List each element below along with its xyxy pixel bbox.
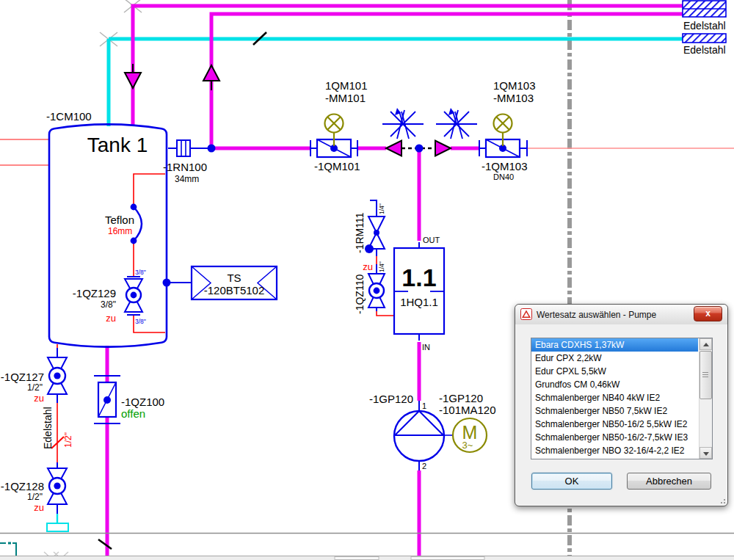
gp120-right-label2: -101MA120 (439, 404, 496, 416)
teflon-size-label: 16mm (108, 226, 132, 236)
list-item-selected[interactable]: Ebara CDXHS 1,37kW (531, 338, 698, 352)
qm101-label: -1QM101 (314, 160, 360, 172)
list-item[interactable]: Schmalenberger NB50-16/2-7,5kW IE3 (531, 431, 698, 444)
qz128-state-label: zu (34, 502, 44, 513)
listbox-scrollbar[interactable] (699, 338, 712, 459)
gp120-left-label: -1GP120 (369, 393, 413, 405)
qz110-label: -1QZ110 (354, 274, 366, 314)
scroll-down-icon (703, 452, 709, 456)
rn100-size-label: 34mm (175, 174, 199, 184)
scrollbar-grip-icon (702, 372, 708, 373)
qz129-port-top-label: 3/8" (135, 269, 146, 276)
list-item[interactable]: Edur CPX 2,2kW (531, 352, 698, 365)
block-1hq11[interactable] (394, 242, 444, 341)
valve-1qz128[interactable] (48, 462, 67, 514)
qz127-size-label: 1/2" (27, 382, 43, 393)
ok-button[interactable]: OK (531, 473, 612, 490)
dialog-body: Ebara CDXHS 1,37kW Edur CPX 2,2kW Edur C… (515, 324, 727, 506)
pump-port1-label: 1 (422, 401, 426, 410)
out-label: OUT (423, 236, 440, 244)
dialog-title: Wertesatz auswählen - Pumpe (537, 310, 656, 320)
valve-1qz127[interactable] (48, 348, 67, 403)
motor-3-label: 3~ (462, 440, 473, 451)
edelstahl-vertical-label: Edelstahl (42, 407, 54, 449)
nozzle-symbols (382, 108, 477, 139)
ts-tag-label: -120BT5102 (204, 284, 265, 297)
rm111-label: -1RM111 (354, 212, 366, 253)
scroll-up-button[interactable] (700, 338, 712, 350)
edelstahl-top-label1: Edelstahl (683, 20, 726, 32)
ts-label: TS (227, 272, 241, 284)
flow-arrows (125, 64, 219, 90)
close-button[interactable]: x (694, 306, 722, 321)
pump-listbox[interactable]: Ebara CDXHS 1,37kW Edur CPX 2,2kW Edur C… (531, 338, 713, 459)
edelstahl-top-label2: Edelstahl (683, 44, 726, 56)
component-1rn100[interactable] (168, 140, 216, 156)
scrollbar-thumb[interactable] (700, 351, 712, 399)
block-sub-label: 1HQ1.1 (400, 296, 438, 308)
qz128-label: -1QZ128 (1, 480, 44, 492)
pump-port2-label: 2 (422, 462, 426, 470)
list-item[interactable]: Grundfos CM 0,46kW (531, 378, 698, 391)
qm103-label: -1QM103 (482, 160, 528, 172)
app-icon (520, 308, 532, 320)
list-item[interactable]: Schmalenberger NB50 7,5kW IE2 (531, 404, 698, 418)
close-icon: x (705, 308, 711, 319)
valve-1qz100[interactable] (94, 376, 120, 423)
resize-grip[interactable] (719, 498, 725, 503)
block-main-label: 1.1 (401, 263, 436, 291)
gp120-right-label1: -1GP120 (439, 392, 483, 404)
tank-title: Tank 1 (87, 134, 148, 156)
qz100-label: -1QZ100 (121, 396, 164, 408)
cancel-button[interactable]: Abbrechen (627, 473, 711, 490)
qm101-top-label2: -MM101 (325, 92, 366, 104)
rn100-label: -1RN100 (163, 161, 207, 173)
qz100-state-label: offen (121, 407, 145, 420)
qz127-label: -1QZ127 (1, 371, 44, 383)
scroll-down-button[interactable] (700, 447, 712, 459)
drawing-canvas: -1CM100 Tank 1 -1RN100 34mm Teflon 16mm … (0, 0, 734, 560)
qz110-state-label: zu (363, 261, 373, 272)
list-item[interactable]: Schmalenberger NBO 32-16/4-2,2 IE2 (531, 444, 698, 457)
qm101-top-label1: 1QM101 (325, 79, 368, 92)
edelstahl-vertical-size-label: 1/2" (63, 432, 73, 448)
teflon-label: Teflon (105, 214, 134, 226)
list-item[interactable]: Schmalenberger NB50-16/2 5,5kW IE2 (531, 418, 698, 431)
list-item[interactable]: Schmalenberger NB40 4kW IE2 (531, 391, 698, 404)
qz128-size-label: 1/2" (27, 492, 43, 502)
dialog-titlebar[interactable]: Wertesatz auswählen - Pumpe x (515, 305, 727, 324)
qm103-top-label2: -MM103 (493, 92, 534, 104)
in-label: IN (422, 343, 430, 352)
qz129-size-label: 3/8" (101, 299, 116, 310)
qm103-size-label: DN40 (493, 172, 514, 181)
dialog-wertesatz: Wertesatz auswählen - Pumpe x Ebara CDXH… (515, 304, 728, 506)
qz110-size-label: 1/4" (378, 261, 385, 272)
qz129-state-label: zu (106, 313, 116, 324)
qz129-port-bottom-label: 3/8" (135, 318, 146, 325)
sheet-frame-bottom (0, 534, 734, 560)
valve-1qz129[interactable] (125, 277, 142, 315)
red-pipes[interactable] (51, 174, 394, 462)
qm103-top-label1: 1QM103 (493, 79, 536, 92)
scroll-up-icon (703, 343, 709, 346)
qz129-label: -1QZ129 (73, 287, 116, 299)
rm111-size-label: 1/4" (378, 203, 385, 214)
qz127-state-label: zu (34, 393, 44, 404)
list-item[interactable]: Edur CPXL 5,5kW (531, 365, 698, 378)
tank-tag-label: -1CM100 (46, 110, 92, 123)
